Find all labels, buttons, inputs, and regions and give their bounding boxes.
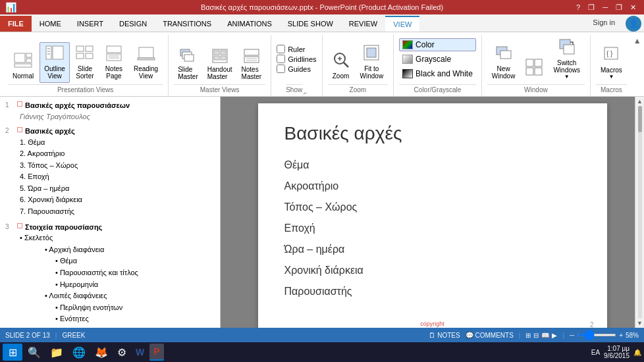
arrange-all-icon [525, 59, 543, 78]
color-swatch-color [402, 40, 413, 49]
scroll-down-btn[interactable]: ▼ [637, 320, 643, 326]
gridlines-checkbox-label[interactable]: Gridlines [277, 55, 316, 63]
svg-rect-44 [564, 45, 574, 54]
notes-page-btn[interactable]: NotesPage [100, 42, 128, 83]
ribbon-group-presentation-views: Normal OutlineView SlideSorter [3, 35, 169, 96]
scroll-track[interactable] [638, 106, 642, 319]
minimize-btn[interactable]: ─ [600, 3, 610, 12]
outline-view-btn[interactable]: OutlineView [40, 42, 70, 83]
right-panel-scrollbar[interactable]: ▲ ▼ [635, 97, 644, 328]
svg-rect-38 [500, 51, 511, 59]
taskbar-lang: ΕΑ [591, 349, 600, 356]
tab-animations[interactable]: ANIMATIONS [219, 16, 280, 32]
svg-rect-13 [107, 46, 121, 53]
comments-btn[interactable]: 💬 COMMENTS [466, 332, 514, 339]
slide-2-title[interactable]: Βασικές αρχές [25, 126, 75, 137]
svg-rect-25 [214, 56, 219, 60]
color-option-color[interactable]: Color [399, 38, 476, 51]
slide-2-item-6: 6. Χρονική διάρκεια [20, 194, 217, 206]
guides-checkbox-label[interactable]: Guides [277, 65, 311, 73]
zoom-in-btn[interactable]: + [619, 332, 623, 339]
taskbar-explorer-btn[interactable]: 📁 [46, 344, 67, 361]
collapse-ribbon-btn[interactable]: ▲ [633, 36, 641, 45]
taskbar-time: 1:07 μμ 9/6/2015 [604, 345, 630, 359]
color-option-black-white[interactable]: Black and White [399, 67, 476, 80]
handout-master-btn[interactable]: HandoutMaster [203, 46, 236, 83]
svg-rect-1 [26, 53, 32, 57]
taskbar-firefox-btn[interactable]: 🦊 [91, 344, 112, 361]
slide-container[interactable]: Βασικές αρχές Θέμα Ακροατήριο Τόπος – Χώ… [258, 103, 607, 328]
slide-1-title[interactable]: Βασικές αρχές παρουσιάσεων [25, 100, 130, 111]
restore-btn[interactable]: ❐ [585, 3, 597, 12]
slideshow-status-btn[interactable]: ▶ [552, 332, 557, 339]
notes-btn[interactable]: 🗒 NOTES [429, 332, 460, 339]
maximize-btn[interactable]: ❐ [613, 3, 625, 12]
ruler-checkbox[interactable] [277, 45, 285, 53]
slidesorter-status-btn[interactable]: ⊟ [533, 332, 539, 339]
show-label: Show [286, 84, 302, 96]
status-left: SLIDE 2 OF 13 | GREEK [5, 332, 85, 339]
notes-master-btn[interactable]: NotesMaster [238, 46, 266, 83]
close-btn[interactable]: ✕ [628, 3, 639, 12]
status-zoom: ─ + 58% [570, 332, 639, 339]
slide-1-indicator [17, 101, 22, 107]
zoom-slider[interactable] [577, 334, 616, 336]
slide-list-item-4: Εποχή [284, 218, 581, 239]
tab-file[interactable]: FILE [0, 16, 32, 32]
app-icon: 📊 [5, 2, 16, 13]
taskbar-ie-btn[interactable]: 🌐 [68, 344, 90, 361]
show-dialog-launcher[interactable]: ⌐ [304, 90, 307, 96]
handout-master-label: HandoutMaster [207, 66, 232, 80]
tab-design[interactable]: DESIGN [111, 16, 155, 32]
reading-view-btn[interactable]: ReadingView [129, 42, 163, 83]
slide-3-item-3: • Θέμα [20, 255, 217, 267]
slide-3-title[interactable]: Στοιχεία παρουσίασης [25, 222, 102, 233]
svg-rect-5 [53, 46, 63, 59]
color-option-grayscale[interactable]: Grayscale [399, 53, 476, 66]
guides-checkbox[interactable] [277, 65, 285, 73]
svg-rect-21 [184, 55, 194, 61]
outline-scroll[interactable]: 1 Βασικές αρχές παρουσιάσεων Γιάννης Τρα… [0, 99, 220, 325]
scroll-up-btn[interactable]: ▲ [637, 98, 643, 105]
slide-title: Βασικές αρχές [284, 123, 581, 144]
zoom-btn[interactable]: Zoom [328, 48, 354, 83]
svg-rect-4 [46, 46, 51, 59]
slide-sorter-btn[interactable]: SlideSorter [71, 42, 99, 83]
taskbar-word-btn[interactable]: W [132, 344, 148, 361]
slide-area[interactable]: Βασικές αρχές Θέμα Ακροατήριο Τόπος – Χώ… [221, 97, 644, 328]
fit-to-window-btn[interactable]: Fit toWindow [356, 41, 389, 83]
ribbon: FILE HOME INSERT DESIGN TRANSITIONS ANIM… [0, 14, 644, 97]
tab-insert[interactable]: INSERT [69, 16, 111, 32]
switch-windows-icon [558, 38, 576, 58]
outline-slide-1: 1 Βασικές αρχές παρουσιάσεων Γιάννης Τρα… [0, 99, 220, 122]
readingview-status-btn[interactable]: 📖 [541, 332, 549, 339]
zoom-icon [333, 51, 350, 71]
taskbar-search-btn[interactable]: 🔍 [24, 344, 45, 361]
zoom-out-btn[interactable]: ─ [570, 332, 574, 339]
slide-3-item-7: • Περίληψη ενοτήτων [20, 302, 217, 314]
taskbar-start-btn[interactable]: ⊞ [3, 344, 22, 361]
tab-home[interactable]: HOME [32, 16, 69, 32]
gridlines-checkbox[interactable] [277, 55, 285, 63]
normal-view-status-btn[interactable]: ⊞ [525, 332, 531, 339]
normal-view-label: Normal [13, 72, 34, 80]
ribbon-group-macros: { } Macros ▼ Macros [591, 35, 632, 96]
tab-transitions[interactable]: TRANSITIONS [155, 16, 219, 32]
ruler-checkbox-label[interactable]: Ruler [277, 45, 305, 53]
slide-sorter-icon [76, 45, 94, 64]
taskbar-notifications[interactable]: 🔔 [633, 349, 641, 356]
switch-windows-btn[interactable]: SwitchWindows ▼ [549, 35, 585, 83]
status-divider-2: | [519, 332, 521, 339]
help-btn[interactable]: ? [574, 3, 583, 12]
new-window-btn[interactable]: NewWindow [487, 41, 520, 83]
taskbar-chrome-btn[interactable]: ⚙ [113, 344, 130, 361]
slide-master-btn[interactable]: SlideMaster [174, 46, 202, 83]
taskbar-ppt-btn[interactable]: P [149, 344, 163, 361]
sign-in-btn[interactable]: Sign in [585, 16, 623, 32]
normal-view-btn[interactable]: Normal [8, 49, 38, 83]
tab-review[interactable]: REVIEW [341, 16, 385, 32]
tab-view[interactable]: VIEW [385, 16, 419, 32]
macros-btn[interactable]: { } Macros ▼ [596, 42, 627, 83]
arrange-all-btn[interactable] [521, 55, 547, 83]
tab-slideshow[interactable]: SLIDE SHOW [280, 16, 341, 32]
